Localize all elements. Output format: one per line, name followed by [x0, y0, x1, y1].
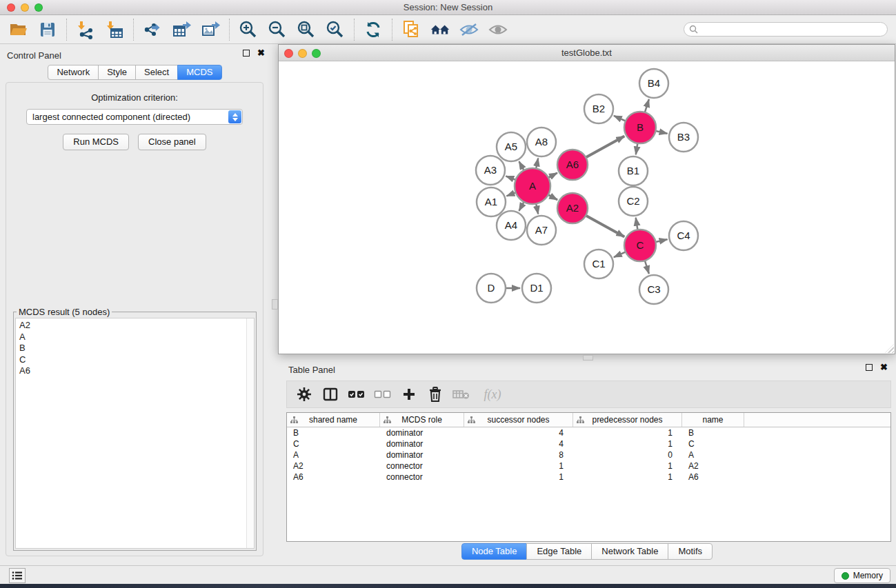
- select-all-columns-icon[interactable]: [344, 383, 370, 405]
- close-window-button[interactable]: [7, 3, 15, 12]
- tab-select[interactable]: Select: [135, 65, 178, 80]
- tab-network-table[interactable]: Network Table: [591, 543, 668, 560]
- zoom-fit-icon[interactable]: [296, 19, 317, 40]
- criterion-select[interactable]: largest connected component (directed): [26, 109, 243, 125]
- cell-mcds-role[interactable]: dominator: [380, 439, 464, 449]
- import-table-icon[interactable]: [104, 19, 125, 40]
- cell-predecessor-nodes[interactable]: 1: [573, 439, 682, 449]
- cell-mcds-role[interactable]: connector: [380, 472, 464, 482]
- float-panel-icon[interactable]: [243, 50, 250, 57]
- cell-name[interactable]: A2: [682, 461, 744, 471]
- show-columns-icon[interactable]: [317, 383, 344, 405]
- mcds-result-box: MCDS result (5 nodes) A2ABCA6: [13, 312, 257, 551]
- cell-name[interactable]: C: [682, 439, 744, 449]
- node-label-C3: C3: [647, 283, 660, 295]
- memory-button[interactable]: Memory: [834, 568, 890, 583]
- table-panel: Table Panel ✖: [278, 360, 896, 565]
- search-icon: [689, 25, 698, 34]
- export-table-icon[interactable]: [171, 19, 192, 40]
- refresh-layout-icon[interactable]: [363, 19, 384, 40]
- scrollbar-track[interactable]: [246, 318, 254, 548]
- first-neighbors-icon[interactable]: [430, 19, 450, 40]
- cell-mcds-role[interactable]: connector: [380, 461, 464, 471]
- export-image-icon[interactable]: [200, 19, 221, 40]
- cell-successor-nodes[interactable]: 1: [464, 461, 573, 471]
- delete-column-icon[interactable]: [422, 383, 448, 405]
- close-table-panel-icon[interactable]: ✖: [880, 364, 888, 371]
- delete-table-icon[interactable]: [448, 383, 475, 405]
- cell-shared-name[interactable]: B: [287, 428, 380, 438]
- export-network-icon[interactable]: [142, 19, 163, 40]
- table-row[interactable]: A2connector11A2: [287, 460, 890, 472]
- net-minimize-button[interactable]: [298, 49, 307, 58]
- column-header-predecessor-nodes[interactable]: predecessor nodes: [573, 413, 682, 427]
- function-builder-icon[interactable]: f(x): [475, 383, 510, 405]
- cell-successor-nodes[interactable]: 8: [464, 450, 573, 460]
- zoom-out-icon[interactable]: [267, 19, 288, 40]
- cell-successor-nodes[interactable]: 4: [464, 439, 573, 449]
- tab-edge-table[interactable]: Edge Table: [526, 543, 592, 560]
- status-bar: Memory: [0, 565, 896, 584]
- deselect-all-columns-icon[interactable]: [370, 383, 396, 405]
- tab-node-table[interactable]: Node Table: [461, 543, 528, 560]
- zoom-window-button[interactable]: [34, 3, 43, 12]
- open-session-icon[interactable]: [8, 19, 29, 40]
- hide-selected-icon[interactable]: [459, 19, 479, 40]
- settings-gear-icon[interactable]: [291, 383, 317, 405]
- run-mcds-button[interactable]: Run MCDS: [63, 134, 129, 150]
- list-icon: [12, 571, 23, 580]
- node-label-A5: A5: [505, 141, 517, 152]
- new-network-from-selection-icon[interactable]: [401, 19, 421, 40]
- node-label-D: D: [488, 282, 495, 294]
- net-close-button[interactable]: [284, 49, 293, 58]
- import-network-icon[interactable]: [75, 19, 96, 40]
- mcds-result-list[interactable]: A2ABCA6: [15, 318, 255, 549]
- table-row[interactable]: Cdominator41C: [287, 438, 890, 449]
- network-window-title: testGlobe.txt: [561, 48, 612, 58]
- cell-shared-name[interactable]: A: [287, 450, 380, 460]
- cell-shared-name[interactable]: A2: [287, 461, 380, 471]
- show-panels-list-button[interactable]: [9, 568, 26, 583]
- cell-predecessor-nodes[interactable]: 1: [573, 461, 682, 471]
- add-column-icon[interactable]: [396, 383, 422, 405]
- zoom-selected-icon[interactable]: [325, 19, 346, 40]
- close-panel-icon[interactable]: ✖: [257, 50, 265, 57]
- optimization-criterion-label: Optimization criterion:: [6, 92, 263, 103]
- close-panel-button[interactable]: Close panel: [138, 134, 206, 150]
- tab-mcds[interactable]: MCDS: [177, 65, 221, 80]
- table-row[interactable]: Adominator80A: [287, 449, 890, 460]
- column-header-mcds-role[interactable]: MCDS role: [380, 413, 464, 427]
- column-header-successor-nodes[interactable]: successor nodes: [464, 413, 573, 427]
- cell-mcds-role[interactable]: dominator: [380, 450, 464, 460]
- cell-shared-name[interactable]: A6: [287, 472, 380, 482]
- node-table: shared nameMCDS rolesuccessor nodesprede…: [286, 412, 891, 542]
- tab-style[interactable]: Style: [98, 65, 136, 80]
- network-canvas[interactable]: B4B2BB3A5A8A6B1A3AA1C2A2A4A7C4CC1DD1C3: [279, 61, 895, 354]
- zoom-in-icon[interactable]: [238, 19, 259, 40]
- node-label-A6: A6: [566, 159, 579, 170]
- minimize-window-button[interactable]: [21, 3, 29, 12]
- cell-shared-name[interactable]: C: [287, 439, 380, 449]
- show-all-icon[interactable]: [488, 19, 508, 40]
- search-input[interactable]: [684, 22, 888, 37]
- cell-successor-nodes[interactable]: 1: [464, 472, 573, 482]
- cell-name[interactable]: A6: [682, 472, 744, 482]
- cell-name[interactable]: B: [682, 428, 744, 438]
- net-zoom-button[interactable]: [312, 49, 321, 58]
- save-session-icon[interactable]: [37, 19, 58, 40]
- cell-successor-nodes[interactable]: 4: [464, 428, 573, 438]
- node-label-B1: B1: [627, 165, 639, 176]
- table-row[interactable]: A6connector11A6: [287, 472, 890, 483]
- column-header-shared-name[interactable]: shared name: [287, 413, 380, 427]
- float-table-panel-icon[interactable]: [866, 364, 873, 371]
- splitter-handle[interactable]: [272, 299, 278, 310]
- cell-predecessor-nodes[interactable]: 1: [573, 428, 682, 438]
- tab-network[interactable]: Network: [48, 65, 99, 80]
- tab-motifs[interactable]: Motifs: [668, 543, 713, 560]
- cell-predecessor-nodes[interactable]: 1: [573, 472, 682, 482]
- cell-predecessor-nodes[interactable]: 0: [573, 450, 682, 460]
- cell-mcds-role[interactable]: dominator: [380, 428, 464, 438]
- cell-name[interactable]: A: [682, 450, 744, 460]
- column-header-name[interactable]: name: [682, 413, 744, 427]
- table-row[interactable]: Bdominator41B: [287, 427, 890, 438]
